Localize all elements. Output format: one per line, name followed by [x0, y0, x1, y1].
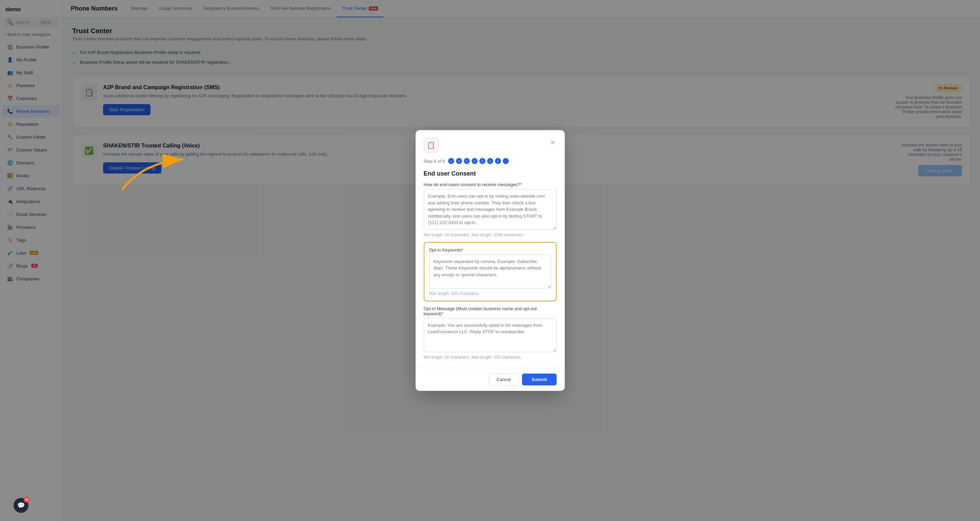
step-dot-2: ✓	[456, 158, 462, 164]
optin-message-hint: Min length: 20 characters. Max length: 3…	[424, 355, 557, 360]
submit-button[interactable]: Submit	[522, 373, 557, 385]
modal-close-button[interactable]: ✕	[549, 138, 557, 148]
step-info: Step 8 of 8 ✓✓✓✓✓✓✓	[424, 158, 557, 164]
optin-keywords-hint: Max length: 255 characters.	[429, 291, 551, 296]
checkmark-1: ✓	[450, 159, 453, 163]
chat-badge: 35	[24, 497, 30, 503]
step-dot-5: ✓	[479, 158, 485, 164]
step-dots: ✓✓✓✓✓✓✓	[448, 158, 509, 164]
optin-message-textarea[interactable]	[424, 318, 557, 352]
checkmark-2: ✓	[458, 159, 460, 163]
step-dot-3: ✓	[464, 158, 470, 164]
modal: 📋 ✕ Step 8 of 8 ✓✓✓✓✓✓✓ End user Consent…	[415, 130, 565, 391]
step-dot-7: ✓	[495, 158, 501, 164]
step-dot-8	[503, 158, 509, 164]
consent-hint: Min length: 40 characters. Max length: 2…	[424, 232, 557, 237]
optin-keywords-section: Opt-in Keywords* Max length: 255 charact…	[424, 242, 557, 301]
modal-footer: Cancel Submit	[415, 368, 565, 391]
modal-title: End user Consent	[424, 170, 557, 177]
cancel-button[interactable]: Cancel	[489, 373, 519, 385]
optin-keywords-textarea[interactable]	[429, 254, 551, 289]
modal-body: Step 8 of 8 ✓✓✓✓✓✓✓ End user Consent How…	[415, 158, 565, 368]
checkmark-5: ✓	[481, 159, 484, 163]
checkmark-4: ✓	[473, 159, 476, 163]
step-dot-4: ✓	[471, 158, 477, 164]
checkmark-6: ✓	[489, 159, 492, 163]
chat-icon: 💬	[17, 502, 25, 509]
step-label: Step 8 of 8	[424, 159, 445, 164]
consent-label: How do end-users consent to receive mess…	[424, 182, 557, 187]
step-dot-1: ✓	[448, 158, 454, 164]
optin-message-label: Opt-in Message (Must contain business na…	[424, 306, 557, 316]
modal-overlay: 📋 ✕ Step 8 of 8 ✓✓✓✓✓✓✓ End user Consent…	[0, 0, 980, 521]
checkmark-7: ✓	[496, 159, 500, 163]
chat-bubble[interactable]: 💬 35	[14, 498, 29, 513]
modal-header: 📋 ✕	[415, 130, 565, 158]
optin-keywords-label: Opt-in Keywords*	[429, 248, 551, 253]
modal-icon: 📋	[424, 138, 439, 152]
checkmark-3: ✓	[465, 159, 468, 163]
step-dot-6: ✓	[487, 158, 493, 164]
consent-textarea[interactable]	[424, 189, 557, 230]
